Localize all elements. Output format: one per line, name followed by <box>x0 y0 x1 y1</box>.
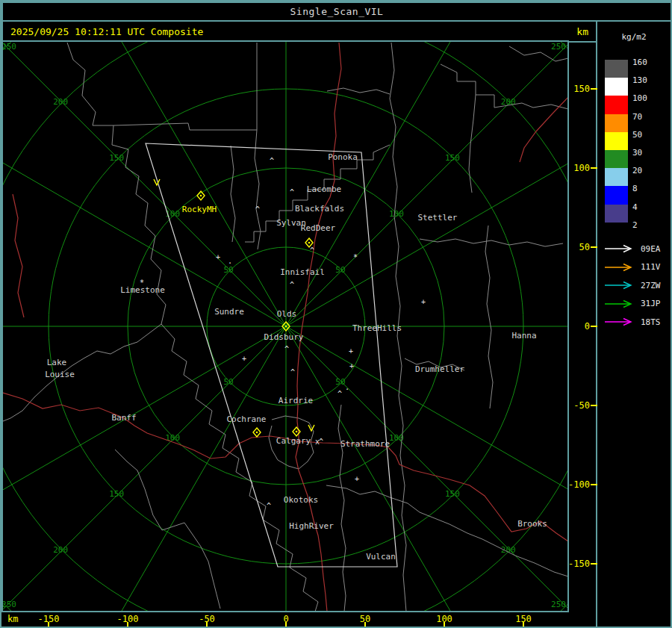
color-scale-swatch <box>605 60 628 78</box>
town-label: Stettler <box>418 213 458 223</box>
site-id-label: 27ZW <box>641 281 661 290</box>
boundary-line <box>469 95 476 193</box>
town-label: Vulcan <box>366 552 396 562</box>
bottom-axis-tick <box>127 622 128 628</box>
boundary-line <box>327 88 390 94</box>
color-scale-value: 70 <box>632 112 662 122</box>
radar-site-legend-row: 31JP <box>603 299 672 309</box>
color-scale-value: 30 <box>632 148 662 158</box>
range-ring-label: 50 <box>335 377 345 387</box>
color-scale-value: 160 <box>632 57 662 67</box>
radar-center-diamond-icon-dot <box>285 326 287 328</box>
town-label: Cochrane <box>227 414 267 424</box>
range-ring-label: 150 <box>445 153 460 163</box>
site-diamond-icon-dot <box>308 242 311 244</box>
color-scale-swatch <box>605 114 628 133</box>
right-axis-label: -100 <box>567 479 590 490</box>
town-marker-glyph: + <box>242 355 246 363</box>
right-axis-tick <box>591 563 597 565</box>
window-title: Single_Scan_VIL <box>290 6 384 17</box>
radar-site-legend-row: 27ZW <box>603 280 672 290</box>
title-bar: Single_Scan_VIL <box>1 1 672 22</box>
range-ring-label: 50 <box>223 265 233 275</box>
range-ring-label: 250 <box>551 600 566 609</box>
town-label: Brooks <box>517 519 547 529</box>
right-axis-label: -50 <box>567 400 590 411</box>
range-ring-label: 250 <box>551 42 566 52</box>
range-ring-label: 150 <box>109 489 124 499</box>
legend-panel: kg/m2 16013010070503020842 09EA111V27ZW3… <box>596 20 672 628</box>
bottom-axis-tick <box>48 622 49 628</box>
radar-site-legend-row: 18TS <box>603 317 672 327</box>
site-id-label: 18TS <box>641 317 661 327</box>
info-bar: 2025/09/25 10:12:11 UTC Composite km <box>1 20 597 43</box>
highway-line <box>13 194 24 317</box>
town-label: Olds <box>277 309 297 319</box>
color-scale-swatch <box>605 132 628 151</box>
right-axis-tick <box>591 167 597 169</box>
color-scale-value: 8 <box>632 184 662 193</box>
boundary-line <box>3 43 166 421</box>
town-label: Didsbury <box>264 332 304 342</box>
range-ring-label: 100 <box>165 433 180 443</box>
boundary-line <box>115 450 220 609</box>
boundary-line <box>113 43 257 130</box>
radar-site-legend-row: 09EA <box>603 243 672 254</box>
radar-map[interactable]: 5010015020025050100150200250501001502002… <box>3 42 567 611</box>
bottom-axis-tick <box>285 622 287 628</box>
right-axis-unit-label: km <box>576 26 588 37</box>
town-marker-glyph: . <box>345 383 349 391</box>
town-label: Drumheller <box>415 364 465 374</box>
color-scale-value: 130 <box>632 75 662 85</box>
town-marker-glyph: + <box>349 347 353 355</box>
right-axis-label: -150 <box>567 559 590 569</box>
right-axis-tick <box>591 326 597 327</box>
town-marker-glyph: ^ <box>255 205 260 214</box>
radar-site-legend-row: 111V <box>603 262 672 273</box>
town-label: Louise <box>45 370 75 379</box>
town-label: Ponoka <box>328 152 358 162</box>
color-scale-value: 100 <box>632 93 662 103</box>
right-axis-tick <box>591 405 597 406</box>
town-marker-glyph: ^ <box>290 188 294 196</box>
azimuth-spoke <box>286 326 567 530</box>
azimuth-spoke <box>83 42 287 326</box>
town-label: Strathmore <box>340 439 390 449</box>
town-label: ThreeHills <box>352 323 402 333</box>
color-scale-value: 4 <box>632 202 662 212</box>
radar-site-diamond-icon-dot <box>200 195 202 197</box>
boundary-line <box>231 146 235 242</box>
bottom-axis-tick <box>523 622 524 628</box>
right-axis-tick <box>591 484 597 485</box>
color-scale-value: 50 <box>632 130 662 140</box>
range-ring-label: 250 <box>3 42 16 52</box>
bottom-axis-tick <box>206 622 208 628</box>
right-axis-label: 100 <box>567 163 590 173</box>
range-ring-label: 50 <box>223 377 233 387</box>
azimuth-spoke <box>3 42 286 326</box>
town-label: Sundre <box>214 307 244 317</box>
town-label: Blackfalds <box>295 204 344 214</box>
range-ring-label: 200 <box>53 97 68 107</box>
town-marker-glyph: ^ <box>310 246 314 255</box>
color-scale-swatch <box>605 186 628 205</box>
range-ring-label: 100 <box>389 209 404 219</box>
right-axis-label: 0 <box>567 321 590 332</box>
town-marker-glyph: . <box>228 257 232 265</box>
radar-site-label: RockyMH <box>182 205 217 214</box>
town-marker-glyph: x <box>315 438 320 446</box>
azimuth-spoke <box>83 326 287 611</box>
bottom-axis-tick <box>444 622 445 628</box>
town-label: Banff <box>111 413 136 423</box>
town-marker-glyph: + <box>216 253 220 261</box>
boundary-line <box>420 239 563 246</box>
town-label: Okotoks <box>284 495 318 505</box>
site-arrow-icon <box>603 281 636 290</box>
right-axis-tick <box>591 88 597 90</box>
town-marker-glyph: ^ <box>267 502 271 510</box>
site-diamond-icon-dot <box>296 431 298 433</box>
town-label: Lacombe <box>307 184 341 194</box>
color-scale-swatch <box>605 150 628 169</box>
town-label: RedDeer <box>301 223 336 233</box>
color-scale-swatch <box>605 168 628 187</box>
